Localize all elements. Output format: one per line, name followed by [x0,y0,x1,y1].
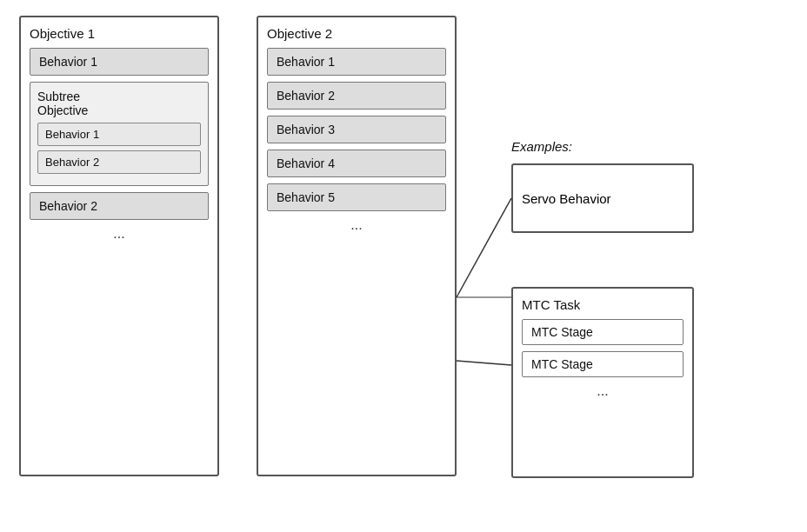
mtc-stage-2: MTC Stage [522,351,684,377]
servo-behavior-box: Servo Behavior [511,163,694,233]
mtc-stage-1: MTC Stage [522,319,684,345]
obj2-behavior2: Behavior 2 [267,82,446,110]
mtc-task-box: MTC Task MTC Stage MTC Stage ... [511,287,694,478]
objective2-box: Objective 2 Behavior 1 Behavior 2 Behavi… [257,16,457,476]
svg-line-0 [457,198,511,297]
obj1-behavior1: Behavior 1 [30,48,209,76]
obj2-behavior1: Behavior 1 [267,48,446,76]
mtc-task-title: MTC Task [522,297,684,312]
objective1-box: Objective 1 Behavior 1 SubtreeObjective … [19,16,219,476]
objective1-title: Objective 1 [30,26,209,41]
obj2-dots: ... [267,217,446,233]
examples-label: Examples: [511,139,572,154]
mtc-dots: ... [522,383,684,399]
obj1-dots: ... [30,226,209,242]
obj2-behavior4: Behavior 4 [267,150,446,177]
obj2-behavior5: Behavior 5 [267,183,446,211]
servo-behavior-title: Servo Behavior [522,191,611,206]
obj1-behavior2: Behavior 2 [30,192,209,220]
subtree-behavior2: Behavior 2 [37,150,201,174]
objective2-title: Objective 2 [267,26,446,41]
subtree-behavior1: Behavior 1 [37,123,201,146]
subtree-box: SubtreeObjective Behavior 1 Behavior 2 [30,82,209,186]
diagram-container: Objective 1 Behavior 1 SubtreeObjective … [0,0,807,532]
obj2-behavior3: Behavior 3 [267,116,446,143]
svg-line-1 [457,361,511,365]
subtree-title: SubtreeObjective [37,90,201,117]
